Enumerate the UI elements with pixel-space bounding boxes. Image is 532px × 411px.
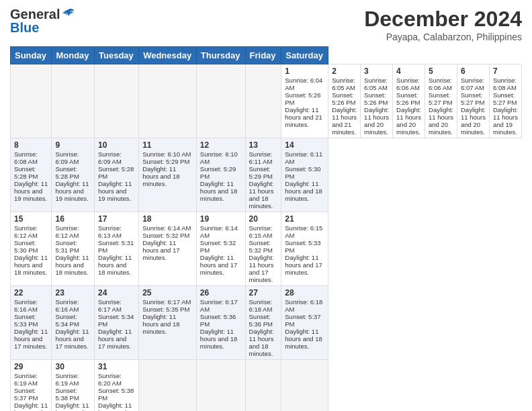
calendar-cell: 26Sunrise: 6:17 AMSunset: 5:36 PMDayligh…: [196, 286, 245, 360]
day-number: 27: [249, 288, 278, 298]
calendar-cell: 30Sunrise: 6:19 AMSunset: 5:38 PMDayligh…: [52, 360, 95, 412]
sunset: Sunset: 5:33 PM: [14, 313, 38, 328]
sunset: Sunset: 5:27 PM: [493, 91, 517, 106]
calendar-cell: 25Sunrise: 6:17 AMSunset: 5:35 PMDayligh…: [139, 286, 197, 360]
day-number: 6: [461, 66, 486, 76]
sunset: Sunset: 5:31 PM: [55, 239, 79, 254]
calendar-week-4: 29Sunrise: 6:19 AMSunset: 5:37 PMDayligh…: [11, 360, 522, 412]
title-section: December 2024 Payapa, Calabarzon, Philip…: [364, 7, 522, 42]
day-number: 5: [429, 66, 453, 76]
header: General Blue December 2024 Payapa, Calab…: [10, 7, 522, 42]
sunset: Sunset: 5:28 PM: [14, 165, 38, 180]
daylight: Daylight: 11 hours and 18 minutes.: [55, 254, 89, 276]
daylight: Daylight: 11 hours and 20 minutes.: [364, 106, 389, 136]
daylight: Daylight: 11 hours and 18 minutes.: [98, 402, 132, 411]
daylight: Daylight: 11 hours and 20 minutes.: [429, 106, 453, 136]
calendar-cell: [245, 64, 281, 138]
calendar-cell: [139, 64, 197, 138]
col-thursday: Thursday: [196, 47, 245, 64]
sunrise: Sunrise: 6:12 AM: [55, 224, 79, 239]
calendar-cell: 3Sunrise: 6:05 AMSunset: 5:26 PMDaylight…: [361, 64, 393, 138]
sunrise: Sunrise: 6:10 AM: [142, 150, 191, 158]
calendar-cell: [281, 360, 328, 412]
sunrise: Sunrise: 6:09 AM: [98, 150, 122, 165]
day-number: 20: [249, 214, 278, 224]
sunrise: Sunrise: 6:11 AM: [249, 150, 273, 165]
day-number: 9: [55, 140, 91, 150]
calendar-cell: [95, 64, 139, 138]
day-number: 18: [142, 214, 193, 224]
calendar-cell: 12Sunrise: 6:10 AMSunset: 5:29 PMDayligh…: [196, 138, 245, 212]
sunrise: Sunrise: 6:12 AM: [14, 224, 38, 239]
calendar-cell: [245, 360, 281, 412]
daylight: Daylight: 11 hours and 17 minutes.: [142, 239, 179, 261]
sunset: Sunset: 5:28 PM: [55, 165, 79, 180]
day-number: 21: [285, 214, 324, 224]
calendar-cell: 8Sunrise: 6:08 AMSunset: 5:28 PMDaylight…: [11, 138, 52, 212]
calendar-cell: 21Sunrise: 6:15 AMSunset: 5:33 PMDayligh…: [281, 212, 328, 286]
sunrise: Sunrise: 6:17 AM: [98, 298, 122, 313]
daylight: Daylight: 11 hours and 18 minutes.: [249, 180, 274, 210]
sunrise: Sunrise: 6:19 AM: [55, 372, 79, 387]
calendar-cell: 28Sunrise: 6:18 AMSunset: 5:37 PMDayligh…: [281, 286, 328, 360]
sunset: Sunset: 5:37 PM: [14, 387, 38, 402]
page: General Blue December 2024 Payapa, Calab…: [0, 0, 532, 411]
day-number: 3: [364, 66, 389, 76]
daylight: Daylight: 11 hours and 17 minutes.: [249, 254, 274, 283]
calendar-cell: 1Sunrise: 6:04 AMSunset: 5:26 PMDaylight…: [281, 64, 328, 138]
sunset: Sunset: 5:32 PM: [249, 239, 273, 254]
sunset: Sunset: 5:29 PM: [200, 165, 236, 180]
daylight: Daylight: 11 hours and 18 minutes.: [249, 328, 274, 357]
sunset: Sunset: 5:26 PM: [285, 91, 320, 106]
sunset: Sunset: 5:38 PM: [55, 387, 79, 402]
daylight: Daylight: 11 hours and 18 minutes.: [14, 254, 48, 276]
sunrise: Sunrise: 6:05 AM: [364, 77, 388, 91]
day-number: 26: [200, 288, 242, 298]
calendar-cell: 16Sunrise: 6:12 AMSunset: 5:31 PMDayligh…: [52, 212, 95, 286]
daylight: Daylight: 11 hours and 17 minutes.: [14, 328, 48, 350]
day-number: 13: [249, 140, 278, 150]
daylight: Daylight: 11 hours and 19 minutes.: [493, 106, 518, 136]
day-number: 30: [55, 362, 91, 371]
sunset: Sunset: 5:37 PM: [285, 313, 320, 328]
col-monday: Monday: [52, 47, 95, 64]
calendar-cell: [139, 360, 197, 412]
sunrise: Sunrise: 6:08 AM: [493, 77, 517, 91]
calendar-cell: 23Sunrise: 6:16 AMSunset: 5:34 PMDayligh…: [52, 286, 95, 360]
sunrise: Sunrise: 6:13 AM: [98, 224, 122, 239]
day-number: 22: [14, 288, 48, 298]
logo-bird-icon: [61, 7, 76, 21]
sunrise: Sunrise: 6:18 AM: [285, 298, 322, 313]
calendar-cell: 5Sunrise: 6:06 AMSunset: 5:27 PMDaylight…: [425, 64, 457, 138]
calendar-week-1: 8Sunrise: 6:08 AMSunset: 5:28 PMDaylight…: [11, 138, 522, 212]
calendar-cell: 19Sunrise: 6:14 AMSunset: 5:32 PMDayligh…: [196, 212, 245, 286]
daylight: Daylight: 11 hours and 17 minutes.: [200, 254, 237, 276]
sunrise: Sunrise: 6:05 AM: [332, 77, 355, 91]
day-number: 28: [285, 288, 324, 298]
sunset: Sunset: 5:27 PM: [461, 91, 484, 106]
sunset: Sunset: 5:28 PM: [98, 165, 134, 180]
sunset: Sunset: 5:26 PM: [332, 91, 355, 106]
daylight: Daylight: 11 hours and 17 minutes.: [55, 328, 89, 350]
daylight: Daylight: 11 hours and 18 minutes.: [55, 402, 89, 411]
calendar-cell: 18Sunrise: 6:14 AMSunset: 5:32 PMDayligh…: [139, 212, 197, 286]
sunset: Sunset: 5:35 PM: [142, 306, 189, 313]
daylight: Daylight: 11 hours and 21 minutes.: [332, 106, 357, 136]
day-number: 8: [14, 140, 48, 150]
calendar-table: Sunday Monday Tuesday Wednesday Thursday…: [10, 46, 522, 411]
calendar-cell: 7Sunrise: 6:08 AMSunset: 5:27 PMDaylight…: [489, 64, 521, 138]
calendar-cell: 6Sunrise: 6:07 AMSunset: 5:27 PMDaylight…: [457, 64, 490, 138]
sunrise: Sunrise: 6:16 AM: [55, 298, 79, 313]
daylight: Daylight: 11 hours and 18 minutes.: [200, 328, 237, 350]
sunset: Sunset: 5:26 PM: [396, 91, 420, 106]
sunrise: Sunrise: 6:18 AM: [249, 298, 273, 313]
sunset: Sunset: 5:36 PM: [249, 313, 273, 328]
sunset: Sunset: 5:38 PM: [98, 387, 134, 402]
sunrise: Sunrise: 6:19 AM: [14, 372, 38, 387]
logo-blue: Blue: [10, 20, 39, 36]
calendar-cell: 24Sunrise: 6:17 AMSunset: 5:34 PMDayligh…: [95, 286, 139, 360]
sunset: Sunset: 5:30 PM: [14, 239, 38, 254]
day-number: 14: [285, 140, 324, 150]
sunrise: Sunrise: 6:17 AM: [142, 298, 191, 306]
day-number: 1: [285, 66, 324, 76]
